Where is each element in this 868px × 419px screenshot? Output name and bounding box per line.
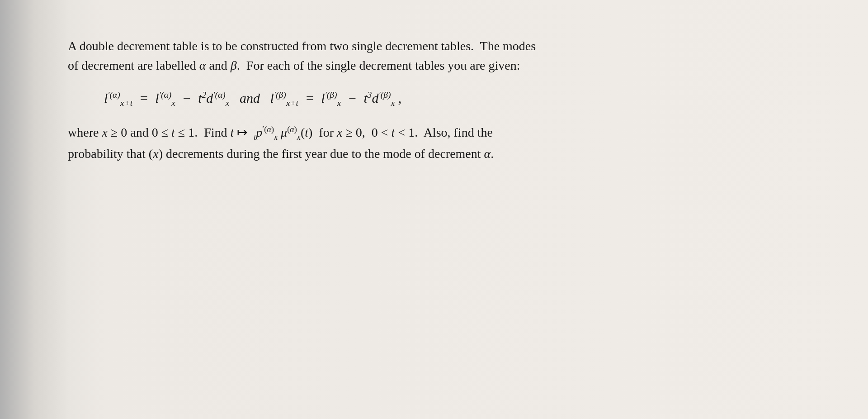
- intro-line-2: of decrement are labelled α and β. For e…: [68, 56, 800, 75]
- math-equations: l′(α)x+t = l′(α)x − t2d′(α)x and l′(β)x+…: [104, 90, 800, 108]
- main-content: A double decrement table is to be constr…: [50, 27, 818, 173]
- intro-line-1: A double decrement table is to be constr…: [68, 36, 800, 56]
- equation-beta: l′(β)x+t = l′(β)x − t3d′(β)x ,: [270, 90, 401, 105]
- where-line-2: probability that (x) decrements during t…: [68, 144, 800, 164]
- where-line-1: where x ≥ 0 and 0 ≤ t ≤ 1. Find t ↦ tp′(…: [68, 123, 800, 144]
- equation-alpha: l′(α)x+t = l′(α)x − t2d′(α)x: [104, 90, 233, 105]
- and-separator: and: [233, 90, 267, 105]
- where-paragraph: where x ≥ 0 and 0 ≤ t ≤ 1. Find t ↦ tp′(…: [68, 123, 800, 164]
- intro-paragraph: A double decrement table is to be constr…: [68, 36, 800, 76]
